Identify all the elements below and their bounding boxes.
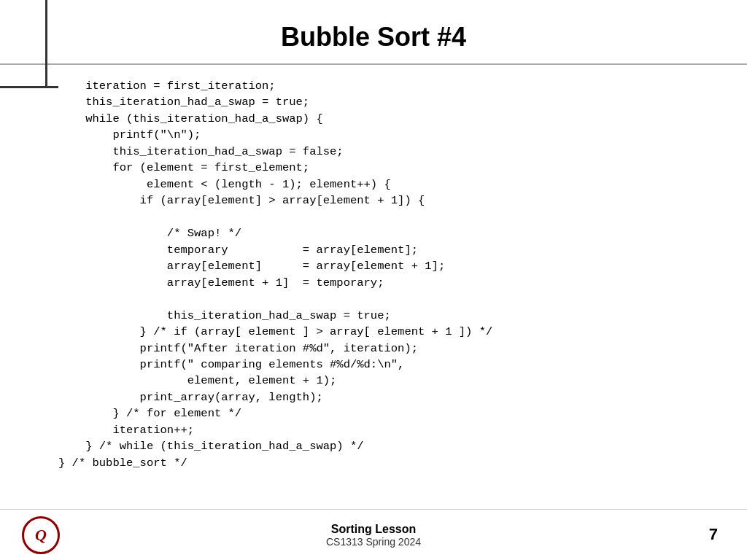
lesson-title: Sorting Lesson	[326, 523, 421, 536]
lesson-subtitle: CS1313 Spring 2024	[326, 536, 421, 548]
title-divider	[0, 63, 747, 65]
footer-text: Sorting Lesson CS1313 Spring 2024	[326, 523, 421, 548]
corner-decoration	[0, 0, 58, 102]
code-block: iteration = first_iteration; this_iterat…	[0, 72, 747, 477]
ou-logo: Q	[22, 516, 60, 554]
logo-container: Q	[22, 516, 60, 554]
footer: Q Sorting Lesson CS1313 Spring 2024 7	[0, 509, 747, 560]
page-title: Bubble Sort #4	[0, 0, 747, 63]
page-number: 7	[709, 525, 718, 544]
